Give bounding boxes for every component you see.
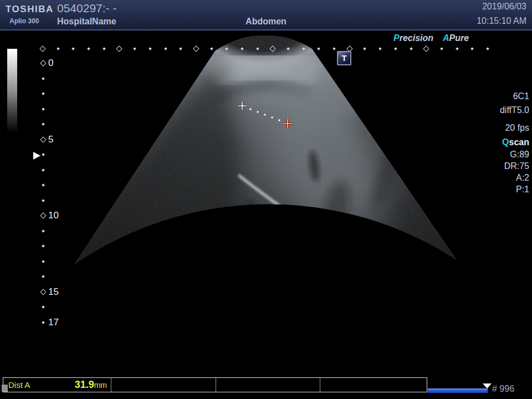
cine-position-marker-icon[interactable] — [483, 383, 492, 388]
measurement-label: Dist A — [8, 380, 30, 390]
brand-logo: TOSHIBA — [6, 4, 54, 15]
header-bar: TOSHIBA Aplio 300 0540297:- - HospitalNa… — [0, 0, 532, 30]
mode-precision: Precision — [393, 33, 433, 43]
measurement-unit: mm — [94, 381, 107, 390]
param-gain: G:89 — [510, 150, 529, 160]
param-probe: 6C1 — [513, 91, 529, 101]
cursor-square-icon — [2, 385, 8, 392]
focus-marker-icon — [33, 152, 40, 160]
patient-id: 0540297:- - — [57, 2, 116, 15]
param-preset: diffT5.0 — [500, 105, 529, 115]
measurement-cell — [216, 378, 320, 392]
param-qscan: Qscan — [502, 137, 529, 147]
param-framerate: 20 fps — [505, 123, 529, 133]
param-p: P:1 — [516, 185, 529, 195]
depth-label: 0 — [48, 58, 53, 69]
depth-label: 10 — [48, 210, 59, 221]
ultrasound-screen: { "header": { "brand": "TOSHIBA", "model… — [0, 0, 532, 399]
measurement-cell — [320, 378, 427, 392]
depth-label: 15 — [48, 287, 59, 298]
cine-progress-bar[interactable] — [428, 388, 488, 393]
orientation-marker-icon: T — [337, 51, 351, 65]
exam-date: 2019/06/03 — [482, 2, 526, 12]
ultrasound-image — [0, 0, 532, 399]
measurement-value: 31.9 — [75, 379, 94, 391]
grayscale-bar — [7, 49, 17, 133]
depth-label: 17 — [48, 317, 59, 328]
measurement-cell: Dist A 31.9 mm — [3, 378, 111, 392]
measurement-result-bar: Dist A 31.9 mm — [3, 377, 427, 392]
param-a: A:2 — [516, 173, 529, 183]
mode-apure: APure — [443, 33, 469, 43]
measurement-cell — [111, 378, 216, 392]
exam-type: Abdomen — [0, 17, 532, 27]
frame-counter: # 996 — [492, 384, 514, 394]
exam-time: 10:15:10 AM — [477, 16, 526, 26]
param-dynamic-range: DR:75 — [504, 161, 529, 171]
depth-label: 5 — [48, 134, 53, 145]
